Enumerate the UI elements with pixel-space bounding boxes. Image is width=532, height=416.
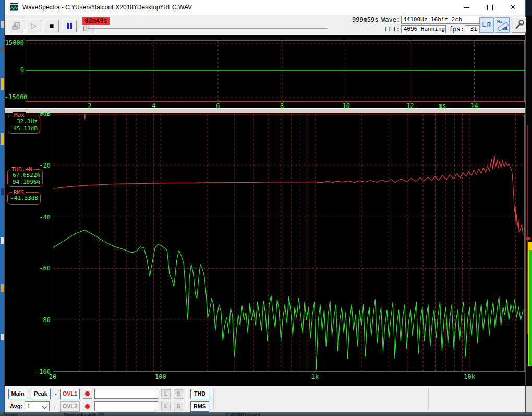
stop-icon: ■ — [50, 21, 54, 30]
spec-db-tick-label: -20 — [5, 162, 51, 169]
open-file-button[interactable] — [9, 20, 23, 32]
rms-button[interactable]: RMS — [190, 401, 209, 412]
desktop-icon-fragment — [1, 133, 4, 145]
ovl2-l-button[interactable]: L — [161, 402, 171, 411]
ovl2-button[interactable]: OVL2 — [60, 401, 80, 412]
ovl2-s-button[interactable]: S — [174, 402, 183, 411]
dash-2: - — [55, 403, 57, 409]
separator — [428, 388, 429, 411]
play-icon: ▷ — [31, 21, 37, 30]
waveform-plot — [26, 40, 525, 102]
taskbar-button-fragment: Spectralissime (2) — [64, 412, 104, 416]
elapsed-time-display: 02m49s — [82, 17, 110, 25]
fps-label: fps: — [449, 26, 464, 33]
spec-db-tick-label: 0dB — [5, 110, 51, 117]
minimize-button[interactable] — [455, 0, 478, 15]
thd-value-1: 67.6522% — [13, 172, 40, 179]
axis-hz-db-button[interactable]: Hz dB — [495, 17, 510, 33]
dash-1: - — [55, 390, 57, 397]
level-meter-peak — [526, 237, 530, 240]
open-file-icon — [11, 22, 21, 30]
app-icon — [10, 3, 18, 11]
hz-icon: Hz — [497, 19, 502, 24]
desktop-icon-fragment — [1, 284, 4, 292]
spec-freq-tick-label: 1k — [307, 373, 323, 381]
db-icon: dB — [502, 26, 508, 31]
minimize-icon — [464, 7, 469, 8]
fft-label: FFT: — [385, 26, 400, 33]
ovl1-record-button[interactable] — [83, 389, 92, 399]
wave-format-field: 44100Hz 16bit 2ch — [401, 16, 483, 24]
total-time: 999m59s — [352, 16, 379, 23]
rms-value: -41.33dB — [10, 195, 38, 201]
ovl1-button[interactable]: OVL1 — [60, 389, 80, 399]
stop-button[interactable]: ■ — [44, 20, 59, 32]
desktop-icon-fragment — [1, 237, 4, 244]
ovl1-l-button[interactable]: L — [161, 389, 171, 399]
background-window-titlebar — [526, 0, 532, 16]
window-title: WaveSpectra - C:¥Users¥falconFX2018¥Desk… — [22, 4, 192, 11]
spec-freq-tick-label: 20 — [45, 373, 61, 381]
desktop-icon-fragment — [1, 188, 4, 195]
spectrum-plot — [53, 114, 525, 372]
rms-readout: RMS -41.33dB — [7, 192, 41, 205]
wavespectra-window: WaveSpectra - C:¥Users¥falconFX2018¥Desk… — [4, 0, 526, 412]
background-window-strip — [526, 0, 532, 416]
fft-settings-field: 4096 Hanning — [401, 25, 446, 33]
spectrum-panel: Max 32.3Hz -45.11dB THD,+N 67.6522% 94.1… — [5, 113, 525, 385]
desktop-icon-fragment — [1, 334, 4, 340]
maximize-icon — [487, 5, 493, 10]
background-window-panel — [526, 386, 532, 412]
pause-button[interactable] — [62, 20, 77, 32]
spec-db-tick-label: -80 — [5, 316, 51, 324]
channel-lr-button[interactable]: L R — [479, 17, 494, 33]
desktop-left-strip — [0, 0, 4, 416]
red-dot-icon — [85, 391, 90, 396]
wrench-icon — [514, 19, 524, 31]
spec-freq-tick-label: 10k — [462, 373, 477, 381]
control-bar: Main Peak - OVL1 L S Avg: 1 - OVL2 L S T… — [5, 385, 525, 412]
thd-value-2: 94.1096% — [13, 179, 40, 185]
main-button[interactable]: Main — [8, 389, 27, 399]
desktop-icon-fragment — [1, 47, 4, 53]
taskbar-button-fragment: C:¥KM¥Decrypt... — [225, 412, 264, 416]
max-readout: Max 32.3Hz -45.11dB — [8, 115, 40, 134]
ovl2-file-field[interactable] — [94, 401, 158, 411]
settings-button[interactable] — [512, 17, 526, 33]
spec-db-tick-label: -40 — [5, 213, 51, 221]
panel-divider[interactable] — [5, 108, 525, 113]
pause-icon — [66, 23, 72, 29]
max-frequency-value: 32.3Hz — [17, 118, 38, 125]
chevron-down-icon — [42, 404, 47, 409]
avg-label: Avg: — [10, 403, 22, 409]
maximize-button[interactable] — [478, 0, 502, 15]
screen: { "window": { "title": "WaveSpectra - C:… — [0, 0, 532, 416]
play-button[interactable]: ▷ — [27, 20, 41, 32]
spec-db-tick-label: -100 — [5, 368, 51, 375]
thd-button[interactable]: THD — [190, 389, 209, 399]
wave-y-tick-label: -15000 — [5, 93, 24, 101]
waveform-panel: 150000-150002468101214ms — [5, 35, 525, 108]
wave-y-tick-label: 15000 — [5, 39, 24, 46]
wave-label: Wave: — [381, 16, 400, 23]
ovl1-file-field[interactable] — [94, 389, 158, 399]
taskbar-button-fragment: 2zoom — [3, 412, 18, 416]
ovl1-s-button[interactable]: S — [174, 389, 183, 399]
close-icon: ✕ — [510, 4, 516, 10]
red-dot-icon — [85, 404, 90, 409]
wave-y-tick-label: 0 — [5, 66, 24, 74]
avg-select[interactable]: 1 — [25, 401, 50, 411]
title-bar[interactable]: WaveSpectra - C:¥Users¥falconFX2018¥Desk… — [5, 0, 525, 15]
peak-button[interactable]: Peak — [31, 389, 51, 399]
desktop-icon-fragment — [1, 21, 4, 28]
seek-slider-track[interactable] — [83, 28, 328, 30]
ovl2-record-button[interactable] — [83, 402, 92, 411]
fps-field: 31 — [465, 25, 479, 33]
separator — [213, 388, 214, 411]
toolbar: ▷ ■ ○ 02m49s 999m59s Wave: 44100Hz 16bit… — [5, 15, 525, 36]
taskbar-strip: 2zoomSpectralissime (2)C:¥KM¥Decrypt... — [0, 412, 532, 416]
avg-value: 1 — [27, 403, 30, 409]
level-meter-green — [529, 250, 532, 366]
close-button[interactable]: ✕ — [502, 0, 525, 15]
separator — [186, 388, 187, 411]
